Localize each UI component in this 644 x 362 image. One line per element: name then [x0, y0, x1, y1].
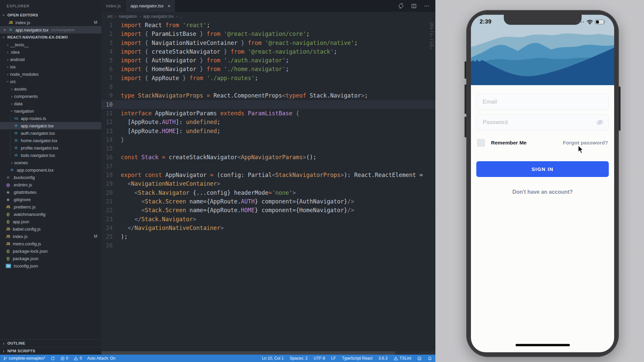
code-line-13[interactable]: 13 [AppRoute.HOME]: undefined; — [101, 127, 435, 135]
tree-item-babel.config.js[interactable]: JSbabel.config.js — [0, 225, 101, 233]
breadcrumb[interactable]: src›navigation›app.navigator.tsx›... — [101, 12, 435, 21]
tree-item-.gitignore[interactable]: ◆.gitignore — [0, 196, 101, 203]
code-line-16[interactable]: 16const Stack = createStackNavigator<App… — [101, 153, 435, 162]
open-editor-app.navigator.tsx[interactable]: ×⚛app.navigator.tsxsrc/navigation — [0, 26, 101, 34]
tree-item-package-lock.json[interactable]: {}package-lock.json — [0, 247, 101, 255]
status-typescript-react[interactable]: TypeScript React — [342, 356, 372, 361]
more-actions-icon[interactable] — [424, 3, 429, 9]
status-tslint[interactable]: TSLint — [393, 356, 411, 361]
tree-item-.eslintrc.js[interactable]: ◎.eslintrc.js — [0, 181, 101, 188]
code-line-22[interactable]: 22 <Stack.Screen name={AppRoute.HOME} co… — [101, 206, 435, 215]
breadcrumb-item[interactable]: ... — [179, 14, 183, 19]
breadcrumb-item[interactable]: navigation — [119, 14, 137, 19]
code-line-6[interactable]: 6import { HomeNavigator } from './home.n… — [101, 65, 435, 73]
code-line-21[interactable]: 21 <Stack.Screen name={AppRoute.AUTH} co… — [101, 197, 435, 206]
code-line-15[interactable]: 15 — [101, 144, 435, 153]
code-line-20[interactable]: 20 <Stack.Navigator {...config} headerMo… — [101, 188, 435, 197]
project-root-header[interactable]: › REACT-NAVIGATION-EX-DEMO — [0, 34, 101, 41]
breadcrumb-item[interactable]: app.navigator.tsx — [143, 14, 174, 19]
close-icon[interactable]: × — [168, 3, 171, 8]
tree-item-auth.navigator.tsx[interactable]: ⚛auth.navigator.tsx — [0, 129, 101, 137]
tree-item-navigation[interactable]: ›navigation — [0, 107, 101, 115]
status-auto-attach-on[interactable]: Auto Attach: On — [87, 356, 115, 361]
tree-item-.buckconfig[interactable]: ≡.buckconfig — [0, 174, 101, 181]
split-editor-icon[interactable] — [411, 3, 417, 9]
open-editor-index.js[interactable]: JSindex.jsM — [0, 19, 101, 26]
tree-item-index.js[interactable]: JSindex.jsM — [0, 233, 101, 240]
code-line-24[interactable]: 24 </NavigationNativeContainer> — [101, 224, 435, 232]
status-sync-indicator[interactable] — [51, 356, 55, 361]
status-lf[interactable]: LF — [331, 356, 336, 361]
signup-link[interactable]: Don't have an account? — [476, 189, 609, 195]
tree-item-.idea[interactable]: ›.idea — [0, 48, 101, 56]
tree-item-profile.navigator.tsx[interactable]: ⚛profile.navigator.tsx — [0, 144, 101, 152]
code-line-8[interactable]: 8 — [101, 82, 435, 91]
breadcrumb-item[interactable]: src — [107, 14, 113, 19]
tree-item-scenes[interactable]: ›scenes — [0, 159, 101, 166]
code-line-26[interactable]: 26 — [101, 241, 435, 250]
forgot-password-link[interactable]: Forgot password? — [563, 140, 608, 146]
tab-index.js[interactable]: index.js — [101, 0, 126, 12]
tree-item-node_modules[interactable]: ›node_modules — [0, 70, 101, 78]
tree-item-__tests__[interactable]: ›__tests__ — [0, 41, 101, 48]
tree-item-app.component.tsx[interactable]: ⚛app.component.tsx — [0, 166, 101, 174]
tree-item-.prettierrc.js[interactable]: JS.prettierrc.js — [0, 203, 101, 210]
status-3-6-3[interactable]: 3.6.3 — [379, 356, 388, 361]
email-field[interactable] — [476, 94, 609, 110]
scrollbar-thumb[interactable] — [101, 351, 395, 355]
remember-me-checkbox[interactable] — [477, 139, 485, 147]
tree-item-metro.config.js[interactable]: JSmetro.config.js — [0, 240, 101, 247]
tree-item-app.json[interactable]: {}app.json — [0, 218, 101, 225]
code-line-5[interactable]: 5import { AuthNavigator } from './auth.n… — [101, 56, 435, 65]
code-line-23[interactable]: 23 </Stack.Navigator> — [101, 215, 435, 224]
open-editors-header[interactable]: › OPEN EDITORS — [0, 11, 101, 19]
password-field[interactable] — [476, 114, 609, 130]
tree-item-src[interactable]: ›src — [0, 78, 101, 85]
tree-item-todo.navigator.tsx[interactable]: ⚛todo.navigator.tsx — [0, 152, 101, 159]
code-line-9[interactable]: 9type StackNavigatorProps = React.Compon… — [101, 91, 435, 100]
code-line-18[interactable]: 18export const AppNavigator = (config: P… — [101, 171, 435, 179]
code-editor[interactable]: 1import React from 'react';2import { Par… — [101, 21, 435, 351]
status-0[interactable]: 0 — [73, 356, 82, 361]
code-line-17[interactable]: 17 — [101, 162, 435, 171]
sign-in-button[interactable]: SIGN IN — [476, 161, 609, 177]
code-line-19[interactable]: 19 <NavigationNativeContainer> — [101, 179, 435, 188]
npm-scripts-section-header[interactable]: › NPM SCRIPTS — [0, 347, 101, 355]
tree-item-.gitattributes[interactable]: ◆.gitattributes — [0, 188, 101, 196]
tab-app.navigator.tsx[interactable]: app.navigator.tsx× — [126, 0, 175, 12]
status-complete-exmaples[interactable]: complete-exmaples* — [3, 356, 45, 361]
open-changes-icon[interactable] — [398, 3, 404, 9]
tree-item-.watchmanconfig[interactable]: {}.watchmanconfig — [0, 210, 101, 218]
status-spaces-2[interactable]: Spaces: 2 — [290, 356, 308, 361]
tree-item-ios[interactable]: ›ios — [0, 63, 101, 70]
eye-off-icon[interactable] — [596, 118, 604, 126]
code-line-14[interactable]: 14} — [101, 135, 435, 144]
code-line-2[interactable]: 2import { ParamListBase } from '@react-n… — [101, 29, 435, 38]
tree-item-package.json[interactable]: {}package.json — [0, 255, 101, 262]
tree-item-home.navigator.tsx[interactable]: ⚛home.navigator.tsx — [0, 137, 101, 144]
tree-item-android[interactable]: ›android — [0, 56, 101, 63]
horizontal-scrollbar[interactable] — [101, 351, 435, 355]
status-bell-indicator[interactable] — [428, 356, 432, 361]
home-indicator[interactable] — [516, 344, 570, 346]
status-ln-10-col-1[interactable]: Ln 10, Col 1 — [262, 356, 284, 361]
tree-item-app.navigator.tsx[interactable]: ⚛app.navigator.tsx — [0, 122, 101, 129]
code-line-12[interactable]: 12 [AppRoute.AUTH]: undefined; — [101, 118, 435, 126]
code-line-10[interactable]: 10 — [101, 100, 435, 109]
code-line-25[interactable]: 25); — [101, 232, 435, 241]
tree-item-assets[interactable]: ›assets — [0, 85, 101, 93]
tree-item-components[interactable]: ›components — [0, 93, 101, 100]
code-line-1[interactable]: 1import React from 'react'; — [101, 21, 435, 29]
close-icon[interactable]: × — [2, 27, 7, 33]
code-line-7[interactable]: 7import { AppRoute } from './app-routes'… — [101, 74, 435, 82]
tree-item-data[interactable]: ›data — [0, 100, 101, 107]
outline-section-header[interactable]: › OUTLINE — [0, 339, 101, 347]
code-line-3[interactable]: 3import { NavigationNativeContainer } fr… — [101, 39, 435, 47]
code-line-11[interactable]: 11interface AppNavigatorParams extends P… — [101, 109, 435, 118]
status-utf-8[interactable]: UTF-8 — [314, 356, 325, 361]
status-0[interactable]: 0 — [60, 356, 68, 361]
tree-item-app-routes.ts[interactable]: TSapp-routes.ts — [0, 115, 101, 122]
status-smiley-indicator[interactable] — [417, 356, 422, 361]
tree-item-tsconfig.json[interactable]: tstsconfig.json — [0, 262, 101, 269]
code-line-4[interactable]: 4import { createStackNavigator } from '@… — [101, 47, 435, 56]
